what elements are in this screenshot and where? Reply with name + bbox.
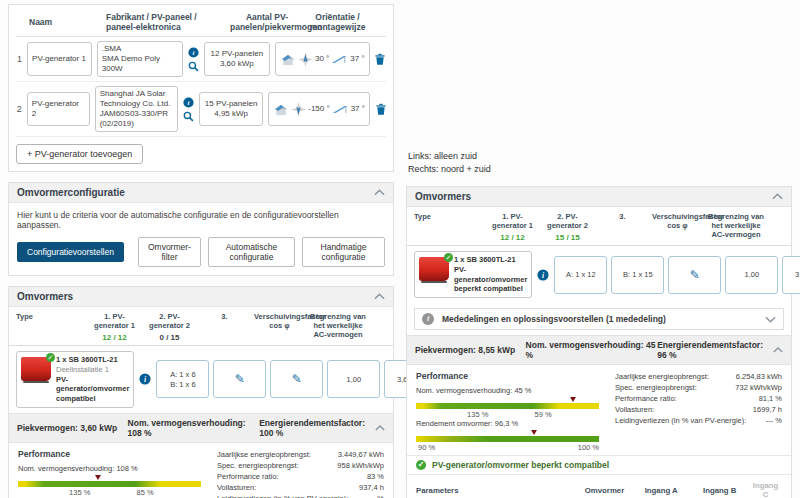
col-header-gen1: 1. PV-generator 112 / 12 bbox=[487, 212, 538, 242]
inverter-row: ✓ 1 x SB 3600TL-21 PV-generator/omvormer… bbox=[407, 246, 791, 303]
gen2-assignment-count: 0 / 15 bbox=[144, 333, 195, 342]
gen1-string-config[interactable]: A: 1 x 6 B: 1 x 6 bbox=[156, 360, 209, 398]
stat-value: 937,4 h bbox=[359, 483, 384, 492]
col-header-orientatie: Oriëntatie / montagewijze bbox=[309, 12, 366, 32]
messages-row[interactable]: i Mededelingen en oplossingsvoorstellen … bbox=[414, 308, 784, 330]
peak-power: 3,60 kWp bbox=[220, 59, 254, 69]
annotation-note: Links: alleen zuid Rechts: noord + zuid bbox=[406, 150, 792, 176]
bar-tick: 135 % bbox=[467, 410, 488, 419]
row-index: 2 bbox=[16, 104, 22, 114]
compatibility-status: ✓ PV-generator/omvormer beperkt compatib… bbox=[407, 455, 791, 475]
inverter-filter-button[interactable]: Omvormer-filter bbox=[138, 237, 201, 267]
inverter-config-header[interactable]: Omvormerconfiguratie bbox=[9, 183, 393, 203]
third-edit-box[interactable]: ✎ bbox=[270, 360, 323, 398]
pv-generator-name: PV-generator 1 bbox=[32, 54, 87, 64]
chevron-down-icon[interactable] bbox=[765, 316, 776, 323]
stat-value: --- % bbox=[766, 416, 782, 425]
delete-icon[interactable] bbox=[375, 103, 386, 115]
col-header-aantal: Aantal PV-panelen/piekvermogen bbox=[230, 12, 304, 32]
inverter-card[interactable]: ✓ 1 x SB 3600TL-21 PV-generator/omvormer… bbox=[414, 251, 532, 298]
stat-label: Vollasturen: bbox=[217, 483, 256, 492]
automatic-configuration-button[interactable]: Automatische configuratie bbox=[208, 237, 295, 267]
tilt-icon bbox=[332, 104, 349, 115]
roof-icon bbox=[273, 103, 289, 116]
info-icon[interactable]: i bbox=[183, 97, 194, 108]
info-icon[interactable]: i bbox=[138, 373, 152, 385]
info-icon[interactable]: i bbox=[536, 269, 550, 281]
stat-label: Leidingverliezen (in % van PV-energie): bbox=[217, 494, 348, 498]
chevron-up-icon[interactable] bbox=[374, 189, 385, 196]
inverter-status: PV-generator/omvormer compatibel bbox=[56, 375, 129, 404]
chevron-up-icon[interactable] bbox=[375, 425, 385, 431]
panel-title: Omvormerconfiguratie bbox=[17, 187, 125, 198]
pv-generator-row: 2 PV-generator 2 Shanghai JA Solar Techn… bbox=[16, 82, 386, 137]
orientation-field[interactable]: 30 ° 37 ° bbox=[275, 42, 370, 76]
config-description: Hier kunt u de criteria voor de automati… bbox=[17, 210, 385, 230]
performance-stats: Jaarlijkse energieopbrengst:6.254,83 kWh… bbox=[615, 370, 782, 452]
manual-configuration-button[interactable]: Handmatige configuratie bbox=[302, 237, 385, 267]
gen1-string-config[interactable]: A: 1 x 12 bbox=[554, 256, 607, 294]
gen1-assignment-count: 12 / 12 bbox=[487, 233, 538, 242]
pv-generator-name: PV-generator 2 bbox=[32, 99, 85, 119]
azimuth-value: -150 ° bbox=[308, 104, 329, 114]
chevron-up-icon[interactable] bbox=[772, 193, 783, 200]
pv-module-field[interactable]: Shanghai JA Solar Technology Co. Ltd. JA… bbox=[95, 86, 178, 132]
panel-title: Omvormers bbox=[415, 191, 471, 202]
performance-section: Performance Nom. vermogensverhouding: 10… bbox=[9, 443, 393, 498]
summary-bar[interactable]: Piekvermogen: 3,60 kWp Nom. vermogensver… bbox=[9, 413, 393, 443]
pv-table-header: Naam Fabrikant / PV-paneel / paneel-elek… bbox=[16, 10, 386, 37]
orientation-field[interactable]: -150 ° 37 ° bbox=[268, 92, 370, 126]
stat-value: 1699,7 h bbox=[753, 405, 782, 414]
summary-bar[interactable]: Piekvermogen: 8,55 kWp Nom. vermogensver… bbox=[407, 335, 791, 365]
col-header-third: 3. bbox=[597, 212, 648, 221]
cos-phi-value[interactable]: 1,00 bbox=[327, 360, 380, 398]
pv-generator-name-field[interactable]: PV-generator 2 bbox=[27, 92, 90, 126]
configuration-proposals-button[interactable]: Configuratievoorstellen bbox=[17, 242, 124, 262]
bar-marker bbox=[570, 397, 576, 402]
pv-module-field[interactable]: .SMA SMA Demo Poly 300W bbox=[97, 41, 183, 77]
pv-generator-name-field[interactable]: PV-generator 1 bbox=[27, 42, 92, 76]
compass-icon bbox=[298, 52, 313, 67]
pv-generators-panel: Naam Fabrikant / PV-paneel / paneel-elek… bbox=[8, 4, 394, 172]
panel-model: JAM60S03-330/PR (02/2019) bbox=[100, 109, 173, 129]
svg-text:i: i bbox=[192, 49, 194, 57]
power-ratio-summary: Nom. vermogensverhouding: 108 % bbox=[128, 418, 260, 438]
ac-limit-value[interactable]: 3,68 kW bbox=[782, 256, 800, 294]
param-header: Parameters bbox=[416, 478, 577, 498]
inverter-image: ✓ bbox=[419, 257, 449, 281]
stat-label: Jaarlijkse energieopbrengst: bbox=[615, 372, 709, 381]
gen2-string-config[interactable]: B: 1 x 15 bbox=[611, 256, 664, 294]
inverters-header[interactable]: Omvormers bbox=[9, 287, 393, 307]
inverters-header[interactable]: Omvormers bbox=[407, 187, 791, 207]
chevron-up-icon[interactable] bbox=[773, 347, 783, 353]
col-header-naam: Naam bbox=[29, 17, 101, 27]
chevron-up-icon[interactable] bbox=[374, 293, 385, 300]
stat-label: Performance ratio: bbox=[217, 472, 279, 481]
gen2-edit-box[interactable]: ✎ bbox=[213, 360, 266, 398]
panel-count-field[interactable]: 12 PV-panelen 3,60 kWp bbox=[204, 42, 270, 76]
delete-icon[interactable] bbox=[375, 53, 386, 65]
stat-label: Spec. energieopbrengst: bbox=[615, 383, 697, 392]
edit-icon: ✎ bbox=[690, 268, 700, 282]
panel-count: 12 PV-panelen bbox=[211, 49, 264, 59]
inverter-card[interactable]: ✓ 1 x SB 3600TL-21 Deelinstallatie 1 PV-… bbox=[16, 351, 134, 408]
add-pv-generator-button[interactable]: + PV-generator toevoegen bbox=[16, 144, 143, 164]
bar-marker bbox=[531, 430, 537, 435]
panel-count-field[interactable]: 15 PV-panelen 4,95 kWp bbox=[199, 92, 263, 126]
string-b: B: 1 x 15 bbox=[623, 270, 653, 279]
info-icon[interactable]: i bbox=[188, 47, 199, 58]
inverter-model: 1 x SB 3600TL-21 bbox=[56, 355, 118, 364]
compass-icon bbox=[291, 102, 306, 117]
check-icon: ✓ bbox=[46, 353, 55, 362]
search-icon[interactable] bbox=[188, 61, 199, 72]
third-edit-box[interactable]: ✎ bbox=[668, 256, 721, 294]
search-icon[interactable] bbox=[183, 111, 194, 122]
performance-heading: Performance bbox=[416, 371, 603, 381]
col-header-cos-phi: Verschuivingsfactor cos φ bbox=[254, 312, 305, 330]
bar-tick: 85 % bbox=[137, 488, 154, 497]
cos-phi-value[interactable]: 1,00 bbox=[725, 256, 778, 294]
power-ratio-bar: 135 % 85 % bbox=[18, 474, 205, 497]
col-header-ac-limit: Begrenzing van het werkelijke AC-vermoge… bbox=[309, 312, 367, 339]
inverters-panel-right: Omvormers Type 1. PV-generator 112 / 12 … bbox=[406, 186, 792, 498]
col-header-gen2: 2. PV-generator 20 / 15 bbox=[144, 312, 195, 342]
